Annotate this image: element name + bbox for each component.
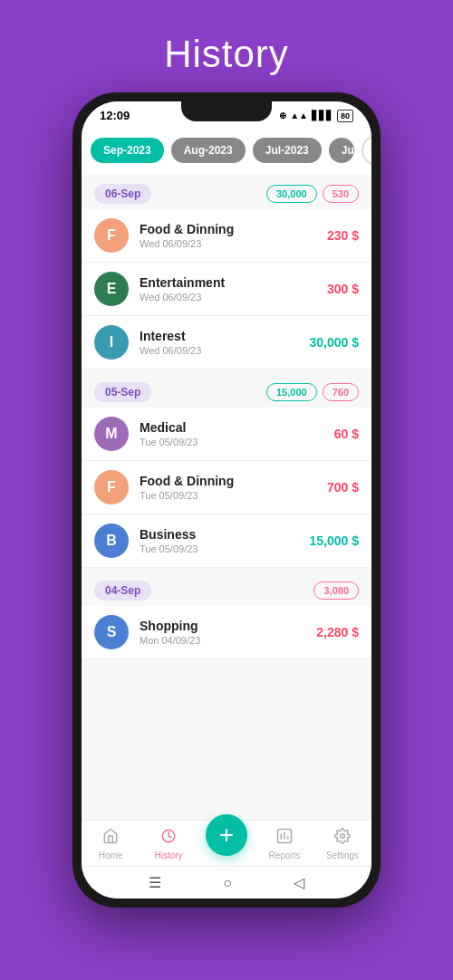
tx-name: Food & Dinning (140, 222, 327, 236)
date-header-05sep: 05-Sep 15,000 760 (82, 373, 371, 408)
tx-details-business: Business Tue 05/09/23 (140, 527, 310, 554)
total-expense-06sep: 530 (323, 185, 359, 203)
android-home-icon[interactable]: ○ (223, 875, 232, 891)
transaction-item[interactable]: S Shopping Mon 04/09/23 2,280 $ (82, 606, 371, 659)
avatar-entertainment: E (94, 272, 129, 306)
tx-amount: 700 $ (327, 480, 359, 495)
reports-icon (276, 828, 293, 849)
tx-amount: 230 $ (327, 228, 359, 243)
month-tab-jul2023[interactable]: Jul-2023 (253, 138, 322, 163)
tx-amount: 15,000 $ (310, 533, 360, 548)
bottom-nav: Home History + Reports (82, 820, 371, 866)
android-back-icon[interactable]: ◁ (294, 874, 304, 891)
tx-name: Interest (140, 329, 310, 343)
history-icon (160, 828, 177, 849)
tx-details-food-dinning-1: Food & Dinning Wed 06/09/23 (140, 222, 327, 249)
tx-details-food-dinning-2: Food & Dinning Tue 05/09/23 (140, 474, 327, 501)
avatar-medical: M (94, 417, 129, 451)
svg-point-7 (341, 834, 345, 839)
month-tab-jun2023[interactable]: Jun-2 (329, 138, 354, 163)
search-button[interactable] (361, 135, 371, 166)
date-totals-05sep: 15,000 760 (266, 383, 359, 401)
tx-date: Tue 05/09/23 (140, 543, 310, 554)
tx-name: Medical (140, 420, 334, 435)
date-section-06sep: 06-Sep 30,000 530 F Food & Dinning Wed 0… (82, 175, 371, 370)
tx-date: Tue 05/09/23 (140, 490, 327, 501)
date-totals-04sep: 3,080 (313, 581, 359, 600)
nav-item-reports[interactable]: Reports (255, 828, 313, 860)
main-content: 06-Sep 30,000 530 F Food & Dinning Wed 0… (82, 175, 371, 820)
nav-label-settings: Settings (326, 850, 359, 860)
battery-icon: 80 (337, 110, 353, 122)
portrait-icon: ⊕ (279, 110, 286, 120)
tx-name: Food & Dinning (140, 474, 327, 488)
date-header-04sep: 04-Sep 3,080 (82, 572, 371, 606)
month-tabs-bar: Sep-2023 Aug-2023 Jul-2023 Jun-2 (82, 126, 371, 175)
tx-name: Business (140, 527, 310, 542)
total-income-06sep: 30,000 (266, 185, 317, 203)
phone-notch (181, 101, 272, 121)
transaction-item[interactable]: F Food & Dinning Wed 06/09/23 230 $ (82, 209, 371, 263)
nav-item-history[interactable]: History (140, 828, 198, 860)
total-expense-04sep: 3,080 (313, 581, 359, 600)
avatar-food-dinning-2: F (94, 470, 129, 504)
transaction-item[interactable]: B Business Tue 05/09/23 15,000 $ (82, 514, 371, 568)
total-income-05sep: 15,000 (266, 383, 317, 401)
android-menu-icon[interactable]: ☰ (149, 874, 161, 891)
transaction-item[interactable]: M Medical Tue 05/09/23 60 $ (82, 408, 371, 461)
tx-amount: 2,280 $ (316, 625, 359, 639)
transaction-item[interactable]: I Interest Wed 06/09/23 30,000 $ (82, 316, 371, 370)
tx-name: Entertainment (140, 275, 327, 290)
fab-container: + (198, 832, 255, 856)
home-icon (102, 828, 119, 849)
avatar-business: B (94, 524, 129, 558)
wifi-icon: ▲▲ (290, 110, 308, 120)
transaction-item[interactable]: E Entertainment Wed 06/09/23 300 $ (82, 263, 371, 316)
month-tab-aug2023[interactable]: Aug-2023 (171, 138, 246, 163)
page-title: History (164, 33, 289, 76)
date-header-06sep: 06-Sep 30,000 530 (82, 175, 371, 209)
status-icons: ⊕ ▲▲ ▋▋▋ 80 (279, 110, 353, 122)
tx-amount: 300 $ (327, 282, 359, 296)
phone-frame: 12:09 ⊕ ▲▲ ▋▋▋ 80 Sep-2023 Aug-2023 Jul-… (72, 92, 381, 908)
nav-item-home[interactable]: Home (82, 828, 140, 860)
nav-label-reports: Reports (268, 850, 300, 860)
transaction-list-06sep: F Food & Dinning Wed 06/09/23 230 $ E En… (82, 209, 371, 370)
date-badge-05sep: 05-Sep (94, 382, 151, 402)
status-time: 12:09 (100, 109, 130, 122)
tx-date: Mon 04/09/23 (140, 635, 316, 646)
search-icon (370, 143, 371, 158)
tx-date: Wed 06/09/23 (140, 345, 310, 356)
android-system-bar: ☰ ○ ◁ (82, 866, 371, 898)
date-section-04sep: 04-Sep 3,080 S Shopping Mon 04/09/23 2,2… (82, 572, 371, 659)
settings-icon (334, 828, 351, 849)
tx-details-shopping: Shopping Mon 04/09/23 (140, 619, 316, 646)
total-expense-05sep: 760 (323, 383, 359, 401)
phone-screen: 12:09 ⊕ ▲▲ ▋▋▋ 80 Sep-2023 Aug-2023 Jul-… (82, 101, 371, 898)
nav-label-home: Home (99, 850, 123, 860)
tx-date: Tue 05/09/23 (140, 437, 334, 447)
transaction-item[interactable]: F Food & Dinning Tue 05/09/23 700 $ (82, 461, 371, 514)
tx-date: Wed 06/09/23 (140, 238, 327, 249)
tx-name: Shopping (140, 619, 316, 633)
transaction-list-05sep: M Medical Tue 05/09/23 60 $ F Food & Din… (82, 408, 371, 568)
nav-label-history: History (154, 850, 182, 860)
nav-item-settings[interactable]: Settings (313, 828, 371, 860)
avatar-shopping: S (94, 615, 129, 649)
tx-details-interest: Interest Wed 06/09/23 (140, 329, 310, 356)
tx-details-entertainment: Entertainment Wed 06/09/23 (140, 275, 327, 303)
date-badge-04sep: 04-Sep (94, 581, 151, 600)
date-totals-06sep: 30,000 530 (266, 185, 359, 203)
transaction-list-04sep: S Shopping Mon 04/09/23 2,280 $ (82, 606, 371, 659)
month-tab-sep2023[interactable]: Sep-2023 (91, 138, 164, 163)
signal-icon: ▋▋▋ (312, 110, 333, 120)
tx-amount: 60 $ (334, 427, 359, 441)
tx-details-medical: Medical Tue 05/09/23 (140, 420, 334, 447)
add-button[interactable]: + (206, 814, 247, 856)
tx-amount: 30,000 $ (310, 335, 360, 350)
date-section-05sep: 05-Sep 15,000 760 M Medical Tue 05/09/23… (82, 373, 371, 568)
avatar-interest: I (94, 325, 129, 360)
tx-date: Wed 06/09/23 (140, 292, 327, 303)
date-badge-06sep: 06-Sep (94, 184, 151, 204)
avatar-food-dinning-1: F (94, 218, 129, 253)
